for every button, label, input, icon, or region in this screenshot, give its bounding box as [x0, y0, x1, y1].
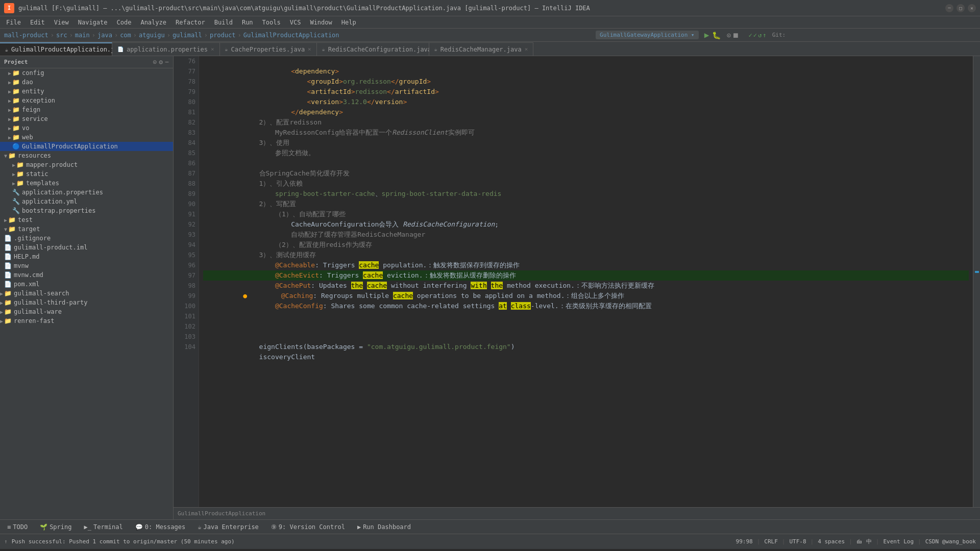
run-dashboard-icon: ▶: [357, 523, 361, 531]
tree-item-entity[interactable]: ▶ 📁 entity: [0, 87, 173, 96]
tab-label: GulimallProductApplication.java: [11, 46, 126, 53]
event-log[interactable]: Event Log: [883, 538, 914, 545]
menu-tools[interactable]: Tools: [258, 18, 285, 27]
run-config-dropdown[interactable]: GulimallGatewayApplication ▾: [596, 31, 698, 39]
line-sep-indicator[interactable]: CRLF: [764, 538, 778, 545]
tree-item-mapper[interactable]: ▶ 📁 mapper.product: [0, 160, 173, 169]
menu-edit[interactable]: Edit: [26, 18, 49, 27]
tree-item-target[interactable]: ▼ 📁 target: [0, 224, 173, 234]
tree-item-third-party[interactable]: ▶ 📁 gulimall-third-party: [0, 298, 173, 307]
tree-item-renren[interactable]: ▶ 📁 renren-fast: [0, 316, 173, 325]
tree-item-mvnw[interactable]: 📄 mvnw: [0, 261, 173, 270]
tree-item-mvnw-cmd[interactable]: 📄 mvnw.cmd: [0, 270, 173, 280]
menu-refactor[interactable]: Refactor: [172, 18, 209, 27]
tree-item-test[interactable]: ▶ 📁 test: [0, 215, 173, 224]
editor[interactable]: 76 77 78 79 80 81 82 83 84 85 86 87 88 8…: [174, 56, 980, 519]
menu-window[interactable]: Window: [306, 18, 336, 27]
tab-redis-cache-manager[interactable]: ☕ RedisCacheManager.java ×: [429, 42, 534, 56]
menu-run[interactable]: Run: [238, 18, 257, 27]
tree-item-feign[interactable]: ▶ 📁 feign: [0, 105, 173, 114]
tab-close-button[interactable]: ×: [308, 46, 311, 53]
bc-main[interactable]: main: [75, 32, 90, 39]
folder-icon: 📁: [12, 124, 20, 132]
stop-button[interactable]: ⏹: [732, 31, 739, 39]
position-indicator[interactable]: 99:98: [736, 538, 753, 545]
tree-label: vo: [22, 124, 29, 132]
collapse-icon[interactable]: −: [165, 58, 169, 66]
menu-bar: File Edit View Navigate Code Analyze Ref…: [0, 16, 980, 29]
folder-icon: 📁: [12, 115, 20, 122]
java-enterprise-tab[interactable]: ☕ Java Enterprise: [192, 522, 264, 532]
version-control-tab[interactable]: ⑨ 9: Version Control: [266, 522, 350, 532]
tree-item-app-yml[interactable]: 🔧 application.yml: [0, 197, 173, 206]
debug-button[interactable]: 🐛: [712, 31, 721, 39]
git-push: ↑: [763, 32, 766, 39]
java-enterprise-label: Java Enterprise: [203, 523, 258, 531]
tab-application-properties[interactable]: 📄 application.properties ×: [112, 42, 220, 56]
menu-help[interactable]: Help: [337, 18, 360, 27]
minimize-button[interactable]: ─: [945, 4, 953, 12]
tree-item-app-properties[interactable]: 🔧 application.properties: [0, 188, 173, 197]
maximize-button[interactable]: □: [957, 4, 965, 12]
settings-icon[interactable]: ⚙: [159, 58, 163, 66]
encoding-indicator[interactable]: UTF-8: [789, 538, 806, 545]
bc-src[interactable]: src: [56, 32, 67, 39]
tree-item-help[interactable]: 📄 HELP.md: [0, 252, 173, 261]
menu-code[interactable]: Code: [113, 18, 136, 27]
code-area[interactable]: <dependency> <groupId>org.redisson</grou…: [199, 56, 973, 507]
tree-item-bootstrap[interactable]: 🔧 bootstrap.properties: [0, 206, 173, 215]
tab-redis-cache-configuration[interactable]: ☕ RedisCacheConfiguration.java ×: [317, 42, 429, 56]
bc-com[interactable]: com: [120, 32, 131, 39]
tree-item-web[interactable]: ▶ 📁 web: [0, 133, 173, 142]
push-status-icon: ↑: [4, 538, 8, 545]
tree-item-dao[interactable]: ▶ 📁 dao: [0, 78, 173, 87]
tab-cache-properties[interactable]: ☕ CacheProperties.java ×: [220, 42, 317, 56]
menu-file[interactable]: File: [2, 18, 25, 27]
tree-item-config[interactable]: ▶ 📁 config: [0, 68, 173, 78]
tree-item-service[interactable]: ▶ 📁 service: [0, 114, 173, 123]
spring-tab[interactable]: 🌱 Spring: [35, 522, 77, 532]
tree-item-resources[interactable]: ▼ 📁 resources: [0, 151, 173, 160]
menu-navigate[interactable]: Navigate: [74, 18, 112, 27]
tab-close-button[interactable]: ×: [211, 46, 214, 53]
tree-item-exception[interactable]: ▶ 📁 exception: [0, 96, 173, 105]
run-button[interactable]: ▶: [704, 30, 709, 40]
tree-item-iml[interactable]: 📄 gulimall-product.iml: [0, 243, 173, 252]
messages-tab[interactable]: 💬 0: Messages: [130, 522, 190, 532]
bc-gulimall[interactable]: gulimall: [173, 32, 202, 39]
tab-label: application.properties: [127, 46, 208, 53]
messages-label: 0: Messages: [145, 523, 185, 531]
menu-analyze[interactable]: Analyze: [136, 18, 170, 27]
editor-content[interactable]: 76 77 78 79 80 81 82 83 84 85 86 87 88 8…: [174, 56, 980, 507]
menu-build[interactable]: Build: [210, 18, 237, 27]
tree-item-pom[interactable]: 📄 pom.xml: [0, 280, 173, 289]
tree-item-gitignore[interactable]: 📄 .gitignore: [0, 234, 173, 243]
tree-item-application[interactable]: 🔵 GulimallProductApplication: [0, 142, 173, 151]
terminal-tab[interactable]: ▶_ Terminal: [79, 522, 128, 532]
bc-java[interactable]: java: [97, 32, 112, 39]
tab-close-button[interactable]: ×: [525, 46, 528, 53]
run-dashboard-tab[interactable]: ▶ Run Dashboard: [352, 522, 416, 532]
todo-tab[interactable]: ≡ TODO: [2, 522, 33, 532]
git-refresh: ↺: [758, 32, 762, 39]
expand-arrow: ▶: [12, 171, 15, 177]
bc-product[interactable]: product: [210, 32, 236, 39]
tab-gulimall-product-application[interactable]: ☕ GulimallProductApplication.java ×: [0, 42, 112, 56]
sync-icon[interactable]: ⊙: [153, 58, 157, 66]
tree-item-static[interactable]: ▶ 📁 static: [0, 169, 173, 179]
indent-indicator[interactable]: 4 spaces: [818, 538, 845, 545]
folder-icon: 📁: [12, 106, 20, 113]
menu-vcs[interactable]: VCS: [286, 18, 305, 27]
status-bar: ↑ Push successful: Pushed 1 commit to or…: [0, 534, 980, 549]
bc-application[interactable]: GulimallProductApplication: [243, 32, 339, 39]
bc-mall-product[interactable]: mall-product: [4, 32, 48, 39]
close-button[interactable]: ✕: [968, 4, 976, 12]
expand-arrow: ▶: [0, 300, 3, 306]
tree-item-ware[interactable]: ▶ 📁 gulimall-ware: [0, 307, 173, 316]
tree-item-templates[interactable]: ▶ 📁 templates: [0, 179, 173, 188]
tree-item-vo[interactable]: ▶ 📁 vo: [0, 123, 173, 133]
tree-item-search[interactable]: ▶ 📁 gulimall-search: [0, 289, 173, 298]
menu-view[interactable]: View: [50, 18, 73, 27]
coverage-button[interactable]: ⊙: [727, 31, 731, 39]
bc-atguigu[interactable]: atguigu: [139, 32, 165, 39]
